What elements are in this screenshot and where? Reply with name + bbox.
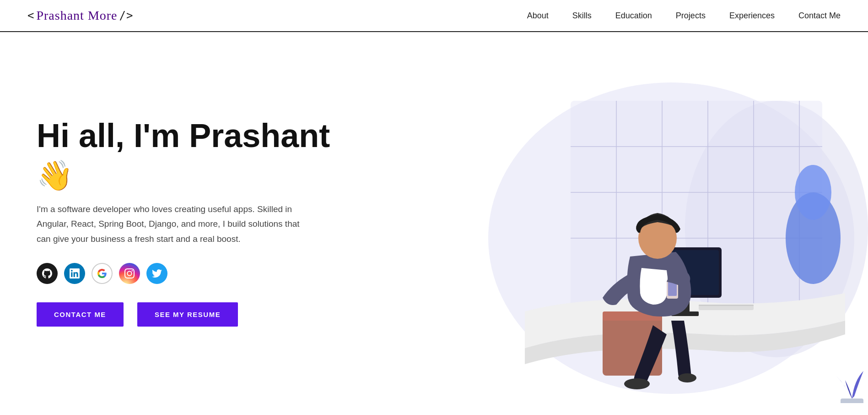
- illustration-svg: [433, 55, 868, 403]
- logo[interactable]: < Prashant More />: [27, 8, 133, 23]
- nav-item-contact[interactable]: Contact Me: [798, 11, 841, 21]
- google-icon[interactable]: [92, 263, 113, 284]
- svg-rect-26: [699, 305, 754, 306]
- wave-emoji: 👋: [37, 158, 73, 193]
- twitter-icon[interactable]: [146, 263, 167, 284]
- github-icon[interactable]: [37, 263, 58, 284]
- navbar: < Prashant More /> About Skills Educatio…: [0, 0, 868, 32]
- nav-link-about[interactable]: About: [527, 11, 549, 20]
- social-icons-container: [37, 263, 330, 284]
- nav-links: About Skills Education Projects Experien…: [527, 11, 841, 21]
- nav-link-projects[interactable]: Projects: [676, 11, 706, 20]
- hero-title: Hi all, I'm Prashant: [37, 118, 330, 154]
- nav-link-experiences[interactable]: Experiences: [729, 11, 775, 20]
- nav-link-contact[interactable]: Contact Me: [798, 11, 841, 20]
- see-resume-button[interactable]: SEE MY RESUME: [137, 302, 238, 327]
- logo-name: Prashant More: [36, 8, 117, 23]
- nav-item-projects[interactable]: Projects: [676, 11, 706, 21]
- nav-item-experiences[interactable]: Experiences: [729, 11, 775, 21]
- instagram-icon[interactable]: [119, 263, 140, 284]
- cta-buttons: CONTACT ME SEE MY RESUME: [37, 302, 330, 327]
- nav-item-about[interactable]: About: [527, 11, 549, 21]
- contact-me-button[interactable]: CONTACT ME: [37, 302, 124, 327]
- hero-section: Hi all, I'm Prashant 👋 I'm a software de…: [0, 32, 868, 403]
- nav-link-education[interactable]: Education: [615, 11, 652, 20]
- logo-bracket-open: <: [27, 9, 34, 22]
- svg-point-19: [624, 378, 650, 389]
- svg-point-18: [795, 165, 831, 220]
- svg-point-20: [678, 373, 696, 382]
- nav-link-skills[interactable]: Skills: [572, 11, 592, 20]
- logo-bracket-close: />: [119, 9, 134, 22]
- nav-item-education[interactable]: Education: [615, 11, 652, 21]
- linkedin-icon[interactable]: [64, 263, 85, 284]
- hero-content: Hi all, I'm Prashant 👋 I'm a software de…: [37, 118, 330, 327]
- hero-description: I'm a software developer who loves creat…: [37, 202, 302, 246]
- hero-illustration: [433, 55, 868, 403]
- nav-item-skills[interactable]: Skills: [572, 11, 592, 21]
- svg-rect-24: [841, 399, 863, 403]
